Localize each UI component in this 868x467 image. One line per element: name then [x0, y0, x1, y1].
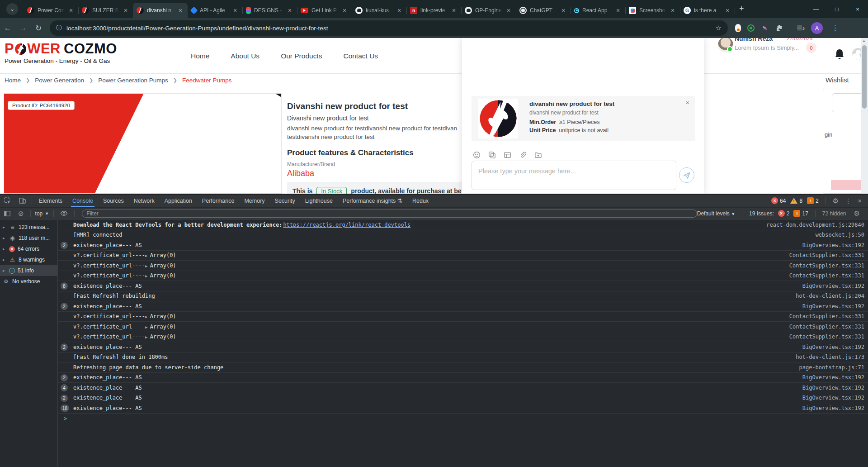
- devtools-tab[interactable]: Redux: [407, 195, 434, 207]
- browser-tab[interactable]: React App ×: [571, 3, 625, 18]
- devtools-tab[interactable]: Performance: [197, 195, 240, 207]
- source-location-link[interactable]: BigOverview.tsx:192: [793, 395, 864, 401]
- source-location-link[interactable]: BigOverview.tsx:192: [793, 303, 864, 310]
- breadcrumb-item[interactable]: Feedwater Pumps: [182, 77, 232, 84]
- eye-icon[interactable]: [60, 210, 68, 217]
- frame-selector[interactable]: top▼: [33, 210, 51, 217]
- source-location-link[interactable]: ContactSupplier.tsx:331: [780, 313, 864, 319]
- console-sidebar-item[interactable]: ▸ 51 info: [0, 265, 57, 276]
- devtools-close-icon[interactable]: ×: [858, 197, 862, 205]
- tab-close-icon[interactable]: ×: [177, 7, 184, 14]
- console-row[interactable]: 8 existence_place--- AS BigOverview.tsx:…: [58, 281, 868, 291]
- chat-message-input[interactable]: Please type your message here...: [472, 161, 676, 190]
- devtools-tab[interactable]: Memory: [239, 195, 269, 207]
- tab-close-icon[interactable]: ×: [614, 7, 622, 14]
- array-expander[interactable]: Array(0): [145, 334, 176, 340]
- source-location-link[interactable]: hot-dev-client.js:173: [787, 354, 864, 360]
- site-info-icon[interactable]: ⓘ: [56, 24, 62, 32]
- scrollbar-thumb[interactable]: [862, 45, 867, 109]
- source-location-link[interactable]: BigOverview.tsx:192: [793, 405, 864, 411]
- clear-console-icon[interactable]: ⊘: [18, 210, 24, 218]
- issues-count[interactable]: 2: [807, 197, 819, 204]
- browser-tab[interactable]: Screensho ×: [625, 3, 680, 18]
- console-row[interactable]: 18 existence_place--- AS BigOverview.tsx…: [58, 403, 868, 414]
- console-row[interactable]: v?.certificate_url---- Array(0) ContactS…: [58, 332, 868, 343]
- source-location-link[interactable]: BigOverview.tsx:192: [793, 374, 864, 381]
- console-row[interactable]: v?.certificate_url---- Array(0) ContactS…: [58, 312, 868, 322]
- source-location-link[interactable]: react-dom.development.js:29840: [757, 222, 864, 228]
- brand-name[interactable]: Alibaba: [287, 169, 314, 178]
- devtools-tab[interactable]: Performance insights ⚗: [338, 195, 407, 207]
- array-expander[interactable]: Array(0): [145, 324, 176, 330]
- expand-caret-icon[interactable]: ▸: [3, 236, 6, 240]
- devtools-tab[interactable]: Lighthouse: [300, 195, 338, 207]
- smiley-icon[interactable]: [473, 151, 481, 159]
- devtools-settings-icon[interactable]: ⚙: [833, 197, 839, 205]
- array-expander[interactable]: Array(0): [145, 262, 176, 269]
- console-row[interactable]: 2 existence_place--- AS BigOverview.tsx:…: [58, 393, 868, 404]
- console-row[interactable]: 2 existence_place--- AS BigOverview.tsx:…: [58, 373, 868, 383]
- tab-close-icon[interactable]: ×: [396, 7, 403, 14]
- devtools-tab[interactable]: Sources: [98, 195, 129, 207]
- notifications-bell-icon[interactable]: [834, 48, 845, 60]
- extension-feather-icon[interactable]: ✒: [759, 22, 770, 33]
- devtools-tab[interactable]: Security: [270, 195, 300, 207]
- console-row[interactable]: 2 existence_place--- AS BigOverview.tsx:…: [58, 301, 868, 312]
- devtools-menu-icon[interactable]: ⋮: [845, 197, 851, 205]
- console-row[interactable]: 2 existence_place--- AS BigOverview.tsx:…: [58, 342, 868, 353]
- browser-tab[interactable]: ChatGPT ×: [516, 3, 571, 18]
- breadcrumb-item[interactable]: Power Generation Pumps: [98, 77, 168, 84]
- nav-link[interactable]: Contact Us: [343, 52, 378, 60]
- console-row[interactable]: v?.certificate_url---- Array(0) ContactS…: [58, 271, 868, 281]
- extensions-puzzle-icon[interactable]: [775, 24, 783, 32]
- console-sidebar-item[interactable]: ▸ 118 user m...: [0, 233, 57, 243]
- address-bar[interactable]: ⓘ localhost:3000/productdetail/Power-Gen…: [50, 20, 728, 36]
- expand-caret-icon[interactable]: ▸: [3, 257, 6, 262]
- extension-icon[interactable]: [735, 24, 741, 32]
- expand-caret-icon[interactable]: ▸: [3, 247, 6, 251]
- browser-tab[interactable]: DESIGNS - ×: [242, 3, 297, 18]
- extension-icon[interactable]: [747, 24, 755, 32]
- contact-name[interactable]: Nunish Reza: [735, 38, 773, 42]
- tab-close-icon[interactable]: ×: [669, 7, 676, 14]
- tab-close-icon[interactable]: ×: [505, 7, 512, 14]
- login-link[interactable]: gin: [825, 131, 832, 138]
- array-expander[interactable]: Array(0): [145, 313, 176, 319]
- back-icon[interactable]: ←: [0, 24, 15, 33]
- minimize-button[interactable]: —: [806, 0, 826, 18]
- log-levels-dropdown[interactable]: Default levels ▼: [697, 210, 735, 217]
- source-location-link[interactable]: ContactSupplier.tsx:331: [780, 262, 864, 269]
- devtools-tab[interactable]: Console: [67, 195, 98, 207]
- page-scrollbar[interactable]: ▲: [861, 38, 868, 194]
- source-location-link[interactable]: page-bootstrap.js:71: [790, 364, 865, 371]
- maximize-button[interactable]: □: [826, 0, 847, 18]
- browser-tab[interactable]: OP-Engine ×: [461, 3, 516, 18]
- source-location-link[interactable]: BigOverview.tsx:192: [793, 344, 864, 350]
- console-row[interactable]: Download the React DevTools for a better…: [58, 220, 868, 230]
- source-location-link[interactable]: BigOverview.tsx:192: [793, 385, 864, 391]
- console-settings-icon[interactable]: ⚙: [854, 210, 860, 218]
- message-preview[interactable]: Lorem Ipsum Is Simply...: [735, 44, 799, 51]
- tab-close-icon[interactable]: ×: [560, 7, 567, 14]
- browser-tab[interactable]: divanshi n ×: [133, 3, 188, 18]
- devtools-tab[interactable]: Network: [129, 195, 160, 207]
- tab-search-button[interactable]: ⌄: [6, 3, 18, 15]
- browser-profile-avatar[interactable]: A: [811, 22, 823, 34]
- device-toolbar-icon[interactable]: [19, 197, 26, 205]
- tab-close-icon[interactable]: ×: [450, 7, 458, 14]
- tab-close-icon[interactable]: ×: [286, 7, 293, 14]
- array-expander[interactable]: Array(0): [145, 272, 176, 279]
- chat-card-close-icon[interactable]: ×: [685, 99, 689, 106]
- console-sidebar-item[interactable]: ▸ 64 errors: [0, 243, 57, 254]
- console-row[interactable]: v?.certificate_url---- Array(0) ContactS…: [58, 251, 868, 261]
- console-sidebar-toggle-icon[interactable]: [4, 210, 11, 217]
- reload-icon[interactable]: ↻: [31, 24, 46, 33]
- console-row[interactable]: [HMR] connected websocket.js:50: [58, 230, 868, 241]
- console-row[interactable]: v?.certificate_url---- Array(0) ContactS…: [58, 261, 868, 271]
- copy-icon[interactable]: [488, 151, 496, 159]
- issues-error-count[interactable]: ×2: [778, 210, 790, 217]
- browser-tab[interactable]: API - Agile ×: [188, 3, 242, 18]
- console-prompt[interactable]: >: [58, 414, 868, 424]
- source-location-link[interactable]: hot-dev-client.js:204: [787, 293, 864, 299]
- browser-tab[interactable]: is there a ×: [680, 3, 735, 18]
